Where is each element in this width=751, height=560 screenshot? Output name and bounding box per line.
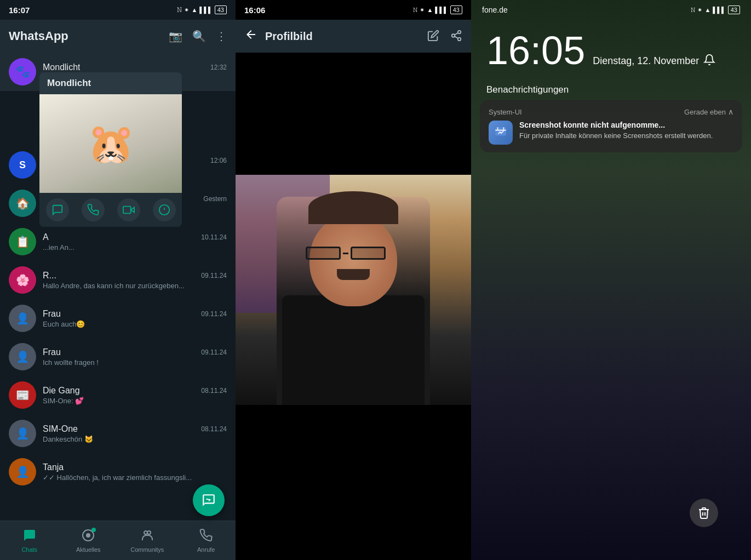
- profile-photo-area: [236, 118, 471, 461]
- popup-call-btn[interactable]: [82, 198, 105, 221]
- avatar-frau1: 👤: [9, 305, 36, 332]
- chat-popup-mondlicht: Mondlicht 🐹: [39, 72, 182, 227]
- chat-list: 🐾 Mondlicht 12:32 ...rennt... Mondlicht …: [0, 53, 236, 521]
- wifi-icon: ▲: [191, 7, 197, 13]
- avatar-tanja: 👤: [9, 458, 36, 485]
- nav-chats[interactable]: Chats: [0, 529, 59, 553]
- chat-time-s: 12:06: [210, 157, 227, 164]
- chat-preview-tanja: ✓✓ Hallöchen, ja, ich war ziemlich fassu…: [43, 473, 227, 482]
- share-button[interactable]: [450, 30, 462, 43]
- avatar-s: S: [9, 151, 36, 179]
- wifi-icon-3: ▲: [704, 7, 710, 13]
- svg-rect-1: [123, 207, 130, 214]
- chat-item-frau1[interactable]: 👤 Frau 09.11.24 Euch auch😊: [0, 299, 236, 338]
- popup-video-btn[interactable]: [117, 198, 140, 221]
- avatar-frau2: 👤: [9, 343, 36, 370]
- svg-line-13: [455, 32, 458, 35]
- notif-body: Screenshot konnte nicht aufgenomme... Fü…: [489, 121, 733, 145]
- back-button[interactable]: [244, 28, 257, 44]
- communitys-label: Communitys: [130, 546, 164, 553]
- popup-info-btn[interactable]: [153, 198, 176, 221]
- bluetooth-icon: ⁕: [184, 7, 189, 14]
- nav-anrufe[interactable]: Anrufe: [177, 529, 236, 553]
- svg-point-9: [458, 30, 461, 33]
- communitys-icon: [141, 529, 154, 545]
- search-button[interactable]: 🔍: [192, 30, 206, 43]
- popup-actions: [39, 193, 182, 227]
- chat-item-tanja[interactable]: 👤 Tanja ✓✓ Hallöchen, ja, ich war ziemli…: [0, 453, 236, 491]
- whatsapp-header: WhatsApp 📷 🔍 ⋮: [0, 20, 236, 53]
- chat-name-frau1: Frau: [43, 309, 61, 319]
- chat-item-simone[interactable]: 👤 SIM-One 08.11.24 Dankeschön 🐱: [0, 414, 236, 453]
- chat-info-tanja: Tanja ✓✓ Hallöchen, ja, ich war ziemlich…: [43, 462, 227, 482]
- bluetooth-icon-3: ⁕: [697, 7, 702, 14]
- chat-info-a: A 10.11.24 ...ien An...: [43, 232, 227, 252]
- signal-icon: ▌▌▌: [199, 7, 212, 13]
- notification-card[interactable]: System-UI Gerade eben ∧ Screenshot konnt…: [480, 100, 742, 152]
- popup-chat-btn[interactable]: [46, 198, 69, 221]
- svg-rect-14: [495, 127, 506, 135]
- anrufe-label: Anrufe: [197, 546, 215, 553]
- chat-time-diegang: 08.11.24: [201, 387, 227, 395]
- chat-info-simone: SIM-One 08.11.24 Dankeschön 🐱: [43, 424, 227, 443]
- status-icons-2: 𝙽 ⁕ ▲ ▌▌▌ 43: [413, 5, 462, 14]
- chat-time-a: 10.11.24: [201, 233, 227, 241]
- chat-preview-frau1: Euch auch😊: [43, 320, 227, 328]
- svg-marker-0: [130, 207, 134, 212]
- chat-name-r: R...: [43, 271, 56, 281]
- status-time-1: 16:07: [9, 5, 30, 15]
- aktuelles-label: Aktuelles: [76, 546, 101, 553]
- lock-date: Dienstag, 12. November: [593, 55, 699, 67]
- status-icons-1: 𝙽 ⁕ ▲ ▌▌▌ 43: [177, 5, 227, 14]
- carrier-name: fone.de: [482, 5, 508, 14]
- lock-date-bell: Dienstag, 12. November: [593, 54, 715, 68]
- chat-preview-diegang: SIM-One: 💕: [43, 397, 227, 405]
- chat-time-simone: 08.11.24: [201, 425, 227, 433]
- popup-header: Mondlicht: [39, 72, 182, 94]
- popup-image: 🐹: [39, 94, 182, 193]
- chat-name-frau2: Frau: [43, 347, 61, 357]
- chat-item-r[interactable]: 🌸 R... 09.11.24 Hallo Andre, das kann ic…: [0, 261, 236, 299]
- svg-point-11: [458, 37, 461, 41]
- lockscreen-panel: fone.de 𝙽 ⁕ ▲ ▌▌▌ 43 16:05 Dienstag, 12.…: [471, 0, 751, 560]
- chevron-up-icon[interactable]: ∧: [728, 107, 733, 116]
- nfc-icon-2: 𝙽: [413, 6, 417, 14]
- avatar-simone: 👤: [9, 420, 36, 447]
- chat-time-frau2: 09.11.24: [201, 348, 227, 356]
- chat-item-frau2[interactable]: 👤 Frau 09.11.24 Ich wollte fragen !: [0, 338, 236, 376]
- nav-communitys[interactable]: Communitys: [118, 529, 177, 553]
- notif-desc: Für private Inhalte können keine Screens…: [519, 131, 733, 141]
- bell-icon[interactable]: [703, 54, 715, 68]
- lock-time: 16:05: [486, 31, 585, 70]
- app-title: WhatsApp: [9, 29, 169, 43]
- avatar-b: 🏠: [9, 190, 36, 217]
- chat-name-mondlicht: Mondlicht: [43, 62, 80, 72]
- notif-header: System-UI Gerade eben ∧: [489, 107, 733, 116]
- menu-button[interactable]: ⋮: [216, 30, 227, 43]
- profile-black-bottom: [236, 461, 471, 560]
- nav-aktuelles[interactable]: Aktuelles: [59, 529, 118, 553]
- chat-preview-r: Hallo Andre, das kann ich nur zurückgebe…: [43, 282, 227, 290]
- chat-time-mondlicht: 12:32: [210, 64, 227, 71]
- chat-item-diegang[interactable]: 📰 Die Gang 08.11.24 SIM-One: 💕: [0, 376, 236, 414]
- chat-item-a[interactable]: 📋 A 10.11.24 ...ien An...: [0, 222, 236, 261]
- anrufe-icon: [199, 529, 213, 545]
- profile-panel: 16:06 𝙽 ⁕ ▲ ▌▌▌ 43 Profilbild: [236, 0, 471, 560]
- svg-line-12: [455, 36, 458, 38]
- notif-text: Screenshot konnte nicht aufgenomme... Fü…: [519, 121, 733, 141]
- chat-time-frau1: 09.11.24: [201, 310, 227, 318]
- new-chat-fab[interactable]: +: [193, 484, 225, 516]
- svg-point-8: [147, 531, 151, 534]
- chat-time-b: Gestern: [203, 195, 227, 203]
- camera-button[interactable]: 📷: [169, 30, 182, 43]
- avatar-r: 🌸: [9, 266, 36, 294]
- nfc-icon-3: 𝙽: [691, 6, 695, 14]
- whatsapp-panel: 16:07 𝙽 ⁕ ▲ ▌▌▌ 43 WhatsApp 📷 🔍 ⋮ 🐾 Mond…: [0, 0, 236, 560]
- chat-info-r: R... 09.11.24 Hallo Andre, das kann ich …: [43, 271, 227, 290]
- nfc-icon: 𝙽: [177, 5, 182, 14]
- edit-button[interactable]: [427, 30, 439, 43]
- profile-photo: [236, 175, 471, 405]
- wifi-icon-2: ▲: [427, 7, 433, 13]
- status-time-2: 16:06: [244, 5, 265, 15]
- clear-notifications-button[interactable]: [690, 499, 718, 527]
